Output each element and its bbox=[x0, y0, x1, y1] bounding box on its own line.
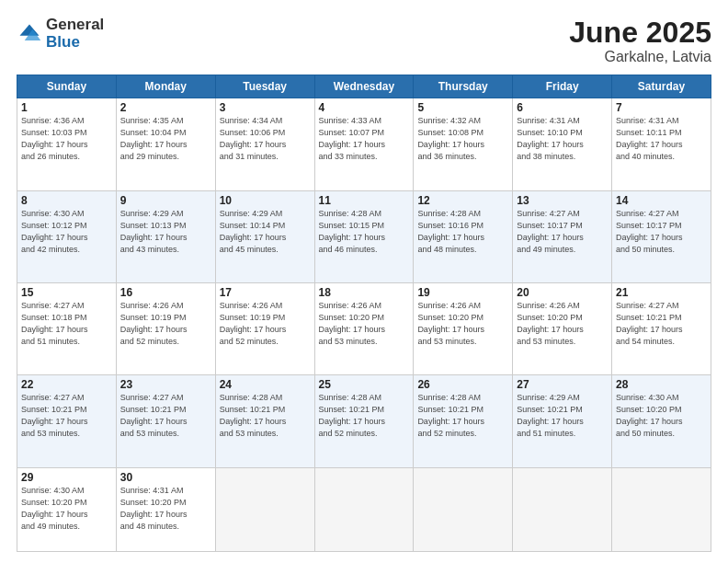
day-info: Sunrise: 4:29 AMSunset: 10:13 PMDaylight… bbox=[120, 209, 188, 254]
day-number: 4 bbox=[319, 101, 410, 114]
day-number: 1 bbox=[21, 101, 112, 114]
day-number: 27 bbox=[517, 378, 608, 391]
calendar-cell bbox=[513, 467, 612, 551]
calendar-cell: 5 Sunrise: 4:32 AMSunset: 10:08 PMDaylig… bbox=[414, 98, 513, 190]
day-info: Sunrise: 4:26 AMSunset: 10:20 PMDaylight… bbox=[417, 301, 484, 346]
day-number: 2 bbox=[120, 101, 211, 114]
day-info: Sunrise: 4:31 AMSunset: 10:20 PMDaylight… bbox=[120, 486, 188, 531]
day-header-thursday: Thursday bbox=[414, 75, 513, 98]
day-number: 20 bbox=[517, 286, 608, 299]
calendar-cell: 3 Sunrise: 4:34 AMSunset: 10:06 PMDaylig… bbox=[215, 98, 314, 190]
day-number: 30 bbox=[120, 471, 211, 484]
day-number: 26 bbox=[417, 378, 508, 391]
day-number: 21 bbox=[616, 286, 707, 299]
day-number: 10 bbox=[220, 194, 311, 207]
day-info: Sunrise: 4:26 AMSunset: 10:20 PMDaylight… bbox=[319, 301, 386, 346]
day-header-wednesday: Wednesday bbox=[314, 75, 414, 98]
day-info: Sunrise: 4:35 AMSunset: 10:04 PMDaylight… bbox=[120, 116, 188, 161]
calendar-cell: 11 Sunrise: 4:28 AMSunset: 10:15 PMDayli… bbox=[314, 190, 414, 282]
day-info: Sunrise: 4:28 AMSunset: 10:21 PMDaylight… bbox=[220, 393, 287, 438]
day-info: Sunrise: 4:27 AMSunset: 10:21 PMDaylight… bbox=[21, 393, 88, 438]
day-header-saturday: Saturday bbox=[612, 75, 711, 98]
day-info: Sunrise: 4:28 AMSunset: 10:15 PMDaylight… bbox=[319, 209, 386, 254]
calendar-week-3: 15 Sunrise: 4:27 AMSunset: 10:18 PMDayli… bbox=[17, 282, 711, 374]
calendar-cell: 1 Sunrise: 4:36 AMSunset: 10:03 PMDaylig… bbox=[17, 98, 117, 190]
calendar-cell: 7 Sunrise: 4:31 AMSunset: 10:11 PMDaylig… bbox=[612, 98, 711, 190]
calendar-cell: 10 Sunrise: 4:29 AMSunset: 10:14 PMDayli… bbox=[215, 190, 314, 282]
calendar-cell: 25 Sunrise: 4:28 AMSunset: 10:21 PMDayli… bbox=[314, 375, 414, 467]
day-number: 12 bbox=[417, 194, 508, 207]
calendar-cell: 21 Sunrise: 4:27 AMSunset: 10:21 PMDayli… bbox=[612, 282, 711, 374]
day-info: Sunrise: 4:33 AMSunset: 10:07 PMDaylight… bbox=[319, 116, 386, 161]
day-header-sunday: Sunday bbox=[17, 75, 117, 98]
calendar-cell: 6 Sunrise: 4:31 AMSunset: 10:10 PMDaylig… bbox=[513, 98, 612, 190]
day-number: 28 bbox=[616, 378, 707, 391]
calendar-cell: 18 Sunrise: 4:26 AMSunset: 10:20 PMDayli… bbox=[314, 282, 414, 374]
day-number: 16 bbox=[120, 286, 211, 299]
day-number: 25 bbox=[319, 378, 410, 391]
day-number: 3 bbox=[220, 101, 311, 114]
day-info: Sunrise: 4:31 AMSunset: 10:11 PMDaylight… bbox=[616, 116, 683, 161]
calendar-cell: 29 Sunrise: 4:30 AMSunset: 10:20 PMDayli… bbox=[17, 467, 117, 551]
day-info: Sunrise: 4:28 AMSunset: 10:21 PMDaylight… bbox=[417, 393, 484, 438]
calendar-cell: 19 Sunrise: 4:26 AMSunset: 10:20 PMDayli… bbox=[414, 282, 513, 374]
day-number: 7 bbox=[616, 101, 707, 114]
calendar-cell: 24 Sunrise: 4:28 AMSunset: 10:21 PMDayli… bbox=[215, 375, 314, 467]
day-number: 8 bbox=[21, 194, 112, 207]
day-number: 17 bbox=[220, 286, 311, 299]
calendar-cell: 23 Sunrise: 4:27 AMSunset: 10:21 PMDayli… bbox=[116, 375, 215, 467]
logo-general-text: General bbox=[46, 16, 104, 33]
page: General Blue June 2025 Garkalne, Latvia … bbox=[0, 0, 728, 563]
calendar-cell: 20 Sunrise: 4:26 AMSunset: 10:20 PMDayli… bbox=[513, 282, 612, 374]
calendar-cell: 2 Sunrise: 4:35 AMSunset: 10:04 PMDaylig… bbox=[116, 98, 215, 190]
logo: General Blue bbox=[17, 17, 104, 51]
day-number: 24 bbox=[220, 378, 311, 391]
day-info: Sunrise: 4:27 AMSunset: 10:21 PMDaylight… bbox=[120, 393, 188, 438]
title-block: June 2025 Garkalne, Latvia bbox=[569, 17, 711, 65]
day-info: Sunrise: 4:32 AMSunset: 10:08 PMDaylight… bbox=[417, 116, 484, 161]
day-number: 18 bbox=[319, 286, 410, 299]
day-number: 15 bbox=[21, 286, 112, 299]
day-info: Sunrise: 4:26 AMSunset: 10:20 PMDaylight… bbox=[517, 301, 584, 346]
calendar-cell: 9 Sunrise: 4:29 AMSunset: 10:13 PMDaylig… bbox=[116, 190, 215, 282]
day-info: Sunrise: 4:31 AMSunset: 10:10 PMDaylight… bbox=[517, 116, 584, 161]
day-number: 9 bbox=[120, 194, 211, 207]
calendar-week-1: 1 Sunrise: 4:36 AMSunset: 10:03 PMDaylig… bbox=[17, 98, 711, 190]
header: General Blue June 2025 Garkalne, Latvia bbox=[17, 17, 711, 65]
calendar-cell: 13 Sunrise: 4:27 AMSunset: 10:17 PMDayli… bbox=[513, 190, 612, 282]
day-number: 11 bbox=[319, 194, 410, 207]
calendar-cell bbox=[612, 467, 711, 551]
calendar-cell bbox=[314, 467, 414, 551]
calendar-cell: 27 Sunrise: 4:29 AMSunset: 10:21 PMDayli… bbox=[513, 375, 612, 467]
day-info: Sunrise: 4:28 AMSunset: 10:21 PMDaylight… bbox=[319, 393, 386, 438]
day-info: Sunrise: 4:29 AMSunset: 10:21 PMDaylight… bbox=[517, 393, 584, 438]
day-info: Sunrise: 4:30 AMSunset: 10:20 PMDaylight… bbox=[21, 486, 88, 531]
day-number: 13 bbox=[517, 194, 608, 207]
day-number: 23 bbox=[120, 378, 211, 391]
calendar-cell bbox=[215, 467, 314, 551]
calendar-cell bbox=[414, 467, 513, 551]
logo-blue-text: Blue bbox=[46, 33, 80, 51]
month-year: June 2025 bbox=[569, 17, 711, 49]
calendar-cell: 12 Sunrise: 4:28 AMSunset: 10:16 PMDayli… bbox=[414, 190, 513, 282]
calendar-cell: 4 Sunrise: 4:33 AMSunset: 10:07 PMDaylig… bbox=[314, 98, 414, 190]
calendar-cell: 8 Sunrise: 4:30 AMSunset: 10:12 PMDaylig… bbox=[17, 190, 117, 282]
day-number: 14 bbox=[616, 194, 707, 207]
calendar-week-4: 22 Sunrise: 4:27 AMSunset: 10:21 PMDayli… bbox=[17, 375, 711, 467]
day-info: Sunrise: 4:27 AMSunset: 10:17 PMDaylight… bbox=[517, 209, 584, 254]
day-info: Sunrise: 4:29 AMSunset: 10:14 PMDaylight… bbox=[220, 209, 287, 254]
day-number: 22 bbox=[21, 378, 112, 391]
calendar-week-2: 8 Sunrise: 4:30 AMSunset: 10:12 PMDaylig… bbox=[17, 190, 711, 282]
day-info: Sunrise: 4:27 AMSunset: 10:18 PMDaylight… bbox=[21, 301, 88, 346]
day-info: Sunrise: 4:27 AMSunset: 10:17 PMDaylight… bbox=[616, 209, 683, 254]
calendar-cell: 17 Sunrise: 4:26 AMSunset: 10:19 PMDayli… bbox=[215, 282, 314, 374]
calendar-cell: 30 Sunrise: 4:31 AMSunset: 10:20 PMDayli… bbox=[116, 467, 215, 551]
calendar-cell: 15 Sunrise: 4:27 AMSunset: 10:18 PMDayli… bbox=[17, 282, 117, 374]
calendar-cell: 26 Sunrise: 4:28 AMSunset: 10:21 PMDayli… bbox=[414, 375, 513, 467]
location: Garkalne, Latvia bbox=[569, 49, 711, 65]
day-number: 19 bbox=[417, 286, 508, 299]
day-header-friday: Friday bbox=[513, 75, 612, 98]
day-info: Sunrise: 4:30 AMSunset: 10:20 PMDaylight… bbox=[616, 393, 683, 438]
day-number: 5 bbox=[417, 101, 508, 114]
day-number: 6 bbox=[517, 101, 608, 114]
